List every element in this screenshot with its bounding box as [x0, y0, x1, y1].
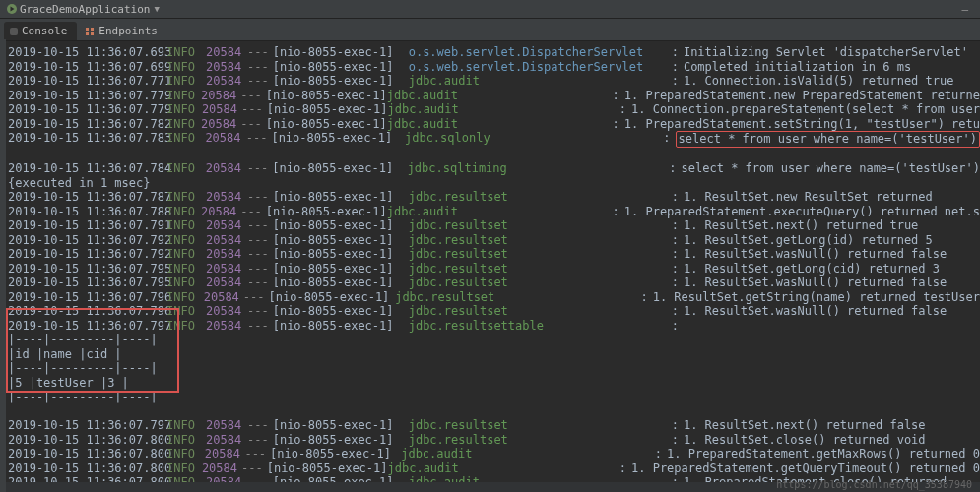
svg-rect-4 [91, 32, 94, 35]
log-line: 2019-10-15 11:36:07.796INFO20584--- [nio… [8, 304, 980, 319]
log-line: 2019-10-15 11:36:07.788INFO20584--- [nio… [8, 205, 980, 219]
log-line: 2019-10-15 11:36:07.792INFO20584--- [nio… [8, 247, 980, 262]
result-table-row: |5 |testUser |3 | [8, 376, 980, 391]
log-line: 2019-10-15 11:36:07.787INFO20584--- [nio… [8, 190, 980, 205]
result-table-row: |----|---------|----| [8, 361, 980, 376]
result-table-row: |id |name |cid | [8, 347, 980, 362]
log-line: 2019-10-15 11:36:07.784INFO20584--- [nio… [8, 161, 980, 176]
tab-endpoints[interactable]: Endpoints [79, 22, 167, 40]
log-line: 2019-10-15 11:36:07.791INFO20584--- [nio… [8, 218, 980, 233]
result-table-row: |----|---------|----| [8, 390, 980, 404]
result-table-row: |----|---------|----| [8, 333, 980, 347]
tool-window-titlebar[interactable]: GraceDemoApplication ▼ — [0, 0, 980, 19]
log-line: 2019-10-15 11:36:07.795INFO20584--- [nio… [8, 262, 980, 277]
log-line: 2019-10-15 11:36:07.795INFO20584--- [nio… [8, 276, 980, 290]
log-line: 2019-10-15 11:36:07.779INFO20584--- [nio… [8, 89, 980, 103]
svg-rect-2 [91, 28, 94, 31]
log-line: 2019-10-15 11:36:07.783INFO20584--- [nio… [8, 131, 980, 148]
log-line: 2019-10-15 11:36:07.693INFO20584--- [nio… [8, 45, 980, 60]
log-line: 2019-10-15 11:36:07.782INFO20584--- [nio… [8, 117, 980, 132]
watermark-text: https://blog.csdn.net/qq_35387940 [776, 479, 972, 490]
ide-window: GraceDemoApplication ▼ — Console Endpoin… [0, 0, 980, 492]
endpoints-icon [85, 27, 95, 36]
tab-console[interactable]: Console [4, 22, 77, 40]
log-line: 2019-10-15 11:36:07.797INFO20584--- [nio… [8, 319, 980, 334]
log-line: 2019-10-15 11:36:07.796INFO20584--- [nio… [8, 290, 980, 305]
log-line: 2019-10-15 11:36:07.797INFO20584--- [nio… [8, 418, 980, 433]
log-line: 2019-10-15 11:36:07.771INFO20584--- [nio… [8, 74, 980, 89]
run-config-name: GraceDemoApplication [20, 3, 150, 16]
tab-console-label: Console [22, 25, 67, 37]
svg-rect-1 [86, 28, 89, 31]
tab-endpoints-label: Endpoints [98, 25, 158, 37]
log-line: 2019-10-15 11:36:07.699INFO20584--- [nio… [8, 60, 980, 75]
console-icon [10, 28, 18, 35]
svg-rect-3 [86, 32, 89, 35]
minimize-icon[interactable]: — [961, 3, 968, 16]
log-line: 2019-10-15 11:36:07.800INFO20584--- [nio… [8, 461, 980, 476]
console-tab-bar: Console Endpoints [0, 19, 980, 41]
log-line: 2019-10-15 11:36:07.779INFO20584--- [nio… [8, 102, 980, 117]
log-line: 2019-10-15 11:36:07.800INFO20584--- [nio… [8, 433, 980, 448]
log-line: 2019-10-15 11:36:07.792INFO20584--- [nio… [8, 233, 980, 248]
console-output[interactable]: 2019-10-15 11:36:07.693INFO20584--- [nio… [0, 41, 980, 482]
chevron-down-icon[interactable]: ▼ [154, 4, 159, 14]
log-line: 2019-10-15 11:36:07.800INFO20584--- [nio… [8, 447, 980, 461]
run-config-icon [6, 3, 18, 15]
